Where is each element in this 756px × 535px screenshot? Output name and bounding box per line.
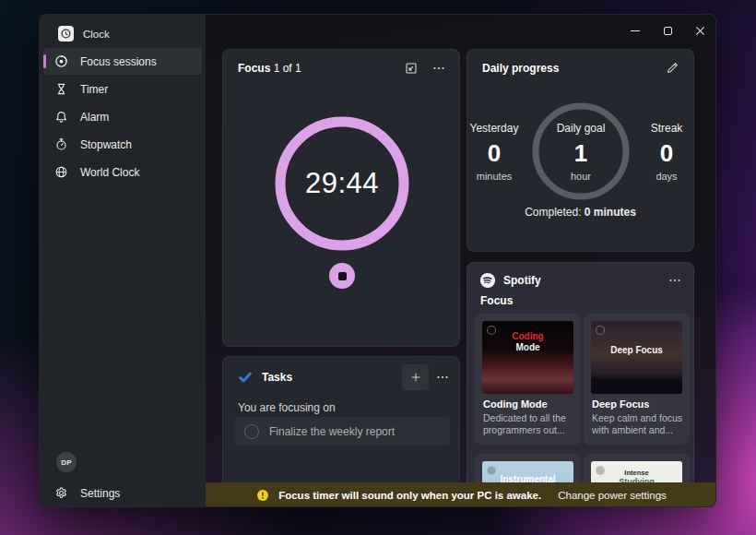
focus-session-card: Focus 1 of 1 29:44 [222,49,460,347]
sidebar-nav: Focus sessions Timer Alarm [43,48,202,186]
sidebar-item-stopwatch[interactable]: Stopwatch [43,131,202,158]
clock-app-window: Clock Focus sessions Timer [39,14,716,507]
settings-label: Settings [80,487,120,500]
sidebar: Clock Focus sessions Timer [40,15,206,506]
playlist-desc-line: Keep calm and focus [592,412,682,424]
playlist-art-text: Deep Focus [591,345,682,355]
playlist-tile-coding-mode[interactable]: Coding Mode Coding Mode Dedicated to all… [475,314,581,445]
sidebar-item-label: Stopwatch [80,138,132,151]
warning-banner: Focus timer will sound only when your PC… [206,482,716,507]
focus-card-title-count: 1 of 1 [270,62,301,75]
stat-streak: Streak 0 days [630,122,694,182]
playlist-description: Keep calm and focus with ambient and... [592,412,682,436]
completed-label: Completed: [525,206,585,219]
popout-icon[interactable] [404,61,419,76]
daily-progress-header: Daily progress [467,50,693,76]
playlist-art: Deep Focus [591,321,682,394]
gear-icon [54,486,68,500]
sidebar-item-timer[interactable]: Timer [43,76,202,102]
focusing-label: You are focusing on [238,401,336,414]
titlebar: Clock [58,26,110,42]
focus-card-title: Focus [238,62,270,75]
playlist-art: Coding Mode [482,321,573,394]
daily-progress-title: Daily progress [482,62,559,75]
completed-summary: Completed: 0 minutes [467,206,693,219]
close-icon [695,26,705,36]
sidebar-item-world-clock[interactable]: World Clock [43,159,202,185]
change-power-settings-link[interactable]: Change power settings [558,490,667,501]
app-title: Clock [83,29,110,40]
sidebar-item-label: Alarm [80,111,109,124]
sidebar-item-settings[interactable]: Settings [54,480,120,506]
todo-check-icon [238,370,253,385]
spotify-section-label: Focus [480,294,513,307]
playlist-title: Coding Mode [483,398,548,410]
playlist-title: Deep Focus [592,398,649,410]
sidebar-item-label: Focus sessions [80,55,157,68]
plus-icon [409,371,422,384]
clock-app-icon [58,26,74,42]
playlist-description: Dedicated to all the programmers out... [483,412,566,436]
minimize-icon [631,30,640,31]
sidebar-item-label: Timer [80,83,108,96]
sidebar-item-alarm[interactable]: Alarm [43,103,202,130]
add-task-button[interactable] [402,364,429,390]
stat-daily-goal: Daily goal 1 hour [544,122,618,182]
completed-value: 0 minutes [585,206,636,219]
spotify-card: Spotify Focus Coding Mode Coding Mode De… [467,262,694,507]
playlist-desc-line: Dedicated to all the [483,412,566,424]
more-options-icon[interactable] [431,61,446,76]
banner-message: Focus timer will sound only when your PC… [278,490,541,501]
spotify-card-header: Spotify [467,263,693,289]
edit-pencil-icon[interactable] [666,61,680,76]
maximize-icon [664,27,672,35]
stat-label: Streak [630,122,694,135]
stat-label: Yesterday [467,122,531,135]
world-clock-icon [54,165,68,179]
stat-yesterday: Yesterday 0 minutes [467,122,531,182]
playlist-art-badge-icon [596,326,605,335]
focus-time-remaining: 29:44 [268,110,416,257]
stat-unit: minutes [467,171,531,182]
task-label: Finalize the weekly report [269,425,395,438]
stat-label: Daily goal [544,122,618,135]
window-controls [621,19,716,42]
timer-icon [54,82,68,96]
maximize-button[interactable] [654,19,681,42]
focus-card-header: Focus 1 of 1 [223,50,459,76]
close-button[interactable] [686,19,714,42]
playlist-art-text: Coding [482,331,573,341]
sidebar-item-label: World Clock [80,166,139,179]
spotify-card-title: Spotify [503,274,541,287]
desktop-wallpaper: Clock Focus sessions Timer [0,0,756,535]
stat-value: 0 [467,139,531,168]
stop-icon [338,272,347,280]
focus-sessions-icon [54,54,68,68]
stat-unit: days [630,171,694,182]
minimize-button[interactable] [621,19,649,42]
playlist-art-text: Mode [482,342,573,352]
warning-icon [256,489,269,502]
playlist-art-text: Intense [591,469,682,477]
task-checkbox[interactable] [244,424,259,439]
stat-value: 0 [630,139,694,168]
tasks-card-header: Tasks [223,357,459,390]
stat-unit: hour [544,171,618,182]
stop-focus-button[interactable] [329,263,355,289]
sidebar-item-focus-sessions[interactable]: Focus sessions [43,48,202,75]
task-row[interactable]: Finalize the weekly report [234,417,450,446]
avatar[interactable]: DP [56,452,77,472]
tasks-card-title: Tasks [262,371,292,384]
spotify-logo-icon [479,272,496,289]
playlist-tile-deep-focus[interactable]: Deep Focus Deep Focus Keep calm and focu… [584,314,690,445]
stopwatch-icon [54,137,68,151]
playlist-desc-line: with ambient and... [592,424,682,436]
playlist-desc-line: programmers out... [483,424,566,436]
tasks-more-options-icon[interactable] [435,370,450,385]
stat-value: 1 [544,139,618,168]
alarm-icon [54,110,68,124]
spotify-more-options-icon[interactable] [667,273,682,288]
daily-progress-card: Daily progress Yesterday 0 minutes Daily… [467,49,694,252]
